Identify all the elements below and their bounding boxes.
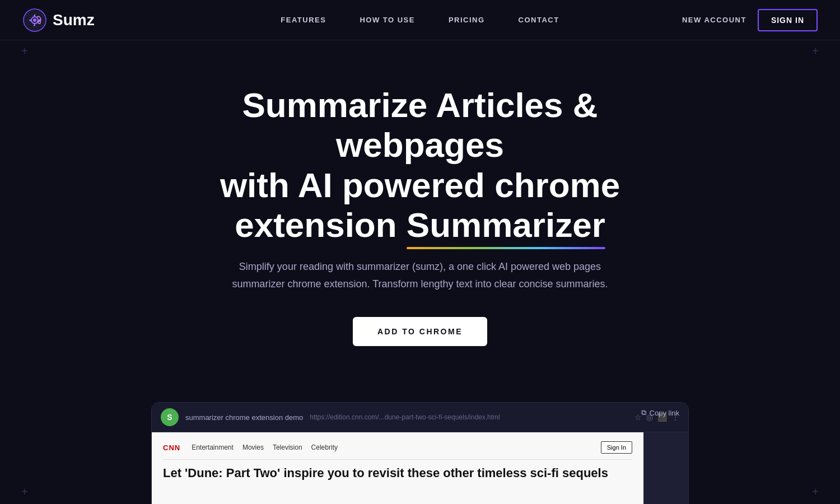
demo-article: CNN Entertainment Movies Television Cele… xyxy=(152,432,643,504)
logo-icon xyxy=(22,8,47,32)
nav-contact[interactable]: CONTACT xyxy=(519,16,559,24)
corner-tl: + xyxy=(21,45,28,58)
hero-title-highlight: Summarizer xyxy=(407,205,605,245)
logo-text: Sumz xyxy=(53,11,95,29)
sign-in-button[interactable]: SIGN IN xyxy=(758,9,818,31)
corner-bl: + xyxy=(21,486,28,498)
hero-title-line1: Summarize Articles & webpages xyxy=(242,86,598,164)
nav-pricing[interactable]: PRICING xyxy=(449,16,485,24)
demo-url: https://edition.cnn.com/...dune-part-two… xyxy=(310,413,628,421)
article-nav-links: Entertainment Movies Television Celebrit… xyxy=(192,444,338,451)
new-account-link[interactable]: NEW ACCOUNT xyxy=(682,16,746,24)
copy-link-label: Copy link xyxy=(650,409,679,417)
hero-title-line3-prefix: extension xyxy=(235,206,407,244)
demo-header: S summarizer chrome extension demo https… xyxy=(152,403,688,432)
nav-celebrity: Celebrity xyxy=(311,444,338,451)
hero-section: Summarize Articles & webpages with AI po… xyxy=(140,40,700,380)
add-chrome-button[interactable]: ADD TO CHROME xyxy=(353,317,487,346)
demo-container: S summarizer chrome extension demo https… xyxy=(151,402,689,504)
corner-br: + xyxy=(812,486,819,498)
article-sign-in-button[interactable]: Sign In xyxy=(601,441,632,454)
hero-title-line2: with AI powered chrome xyxy=(220,166,620,204)
nav-television: Television xyxy=(273,444,302,451)
hero-title: Summarize Articles & webpages with AI po… xyxy=(162,85,678,245)
article-headline: Let 'Dune: Part Two' inspire you to revi… xyxy=(163,465,632,482)
demo-avatar: S xyxy=(161,408,179,426)
nav-entertainment: Entertainment xyxy=(192,444,234,451)
article-nav: CNN Entertainment Movies Television Cele… xyxy=(163,441,632,460)
navbar: Sumz FEATURES HOW TO USE PRICING CONTACT… xyxy=(0,0,840,40)
logo-link[interactable]: Sumz xyxy=(22,8,95,32)
corner-tr: + xyxy=(812,45,819,58)
nav-how-to-use[interactable]: HOW TO USE xyxy=(360,16,415,24)
nav-features[interactable]: FEATURES xyxy=(281,16,326,24)
demo-sidebar xyxy=(643,432,688,504)
nav-actions: NEW ACCOUNT SIGN IN xyxy=(682,9,818,31)
copy-link-area[interactable]: ⧉ Copy link xyxy=(641,408,679,417)
hero-subtitle: Simplify your reading with summarizer (s… xyxy=(224,258,616,292)
nav-movies: Movies xyxy=(242,444,264,451)
cnn-logo: CNN xyxy=(163,444,180,452)
demo-video-title: summarizer chrome extension demo xyxy=(185,413,303,422)
demo-section: S summarizer chrome extension demo https… xyxy=(0,380,840,504)
copy-icon: ⧉ xyxy=(641,408,646,417)
demo-content: CNN Entertainment Movies Television Cele… xyxy=(152,432,688,504)
svg-point-2 xyxy=(33,18,36,22)
nav-links: FEATURES HOW TO USE PRICING CONTACT xyxy=(281,16,559,24)
